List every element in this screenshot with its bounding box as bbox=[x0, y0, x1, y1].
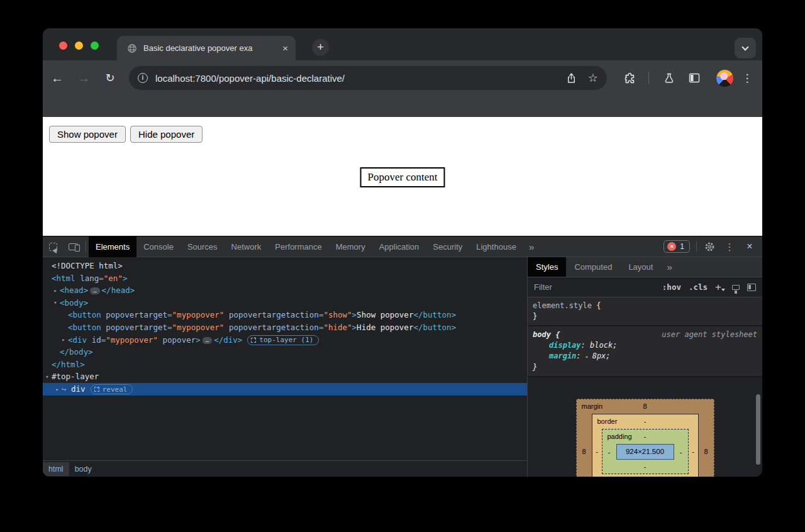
toggle-class-button[interactable]: .cls bbox=[689, 282, 708, 292]
property-colon: : bbox=[581, 341, 590, 350]
sidebar-tab-styles[interactable]: Styles bbox=[528, 257, 566, 277]
devtools-tab-console[interactable]: Console bbox=[136, 236, 180, 257]
sidebar-more-tabs-icon[interactable]: » bbox=[661, 262, 677, 272]
dom-line-3[interactable]: ▾<body> bbox=[43, 297, 527, 309]
sidebar-tab-layout[interactable]: Layout bbox=[620, 257, 661, 277]
dom-line-7[interactable]: </body> bbox=[43, 346, 527, 358]
breadcrumb-html[interactable]: html bbox=[43, 462, 69, 476]
minimize-window-button[interactable] bbox=[75, 42, 83, 50]
border-bottom-value[interactable]: - bbox=[592, 474, 698, 477]
dom-line-1[interactable]: <html lang="en"> bbox=[43, 272, 527, 285]
dom-line-6[interactable]: ▸<div id="mypopover" popover>…</div>top-… bbox=[43, 334, 527, 346]
css-property-margin[interactable]: margin: ▸ 8px; bbox=[533, 351, 757, 362]
show-popover-button[interactable]: Show popover bbox=[49, 126, 126, 143]
paint-format-icon[interactable] bbox=[732, 285, 740, 290]
body-style-rule[interactable]: user agent stylesheet body { display: bl… bbox=[528, 326, 762, 377]
breadcrumb-body[interactable]: body bbox=[69, 462, 97, 476]
box-model-content[interactable]: 924×21.500 bbox=[616, 444, 674, 460]
devtools-close-icon[interactable]: × bbox=[740, 236, 760, 257]
devtools-tab-memory[interactable]: Memory bbox=[329, 236, 372, 257]
forward-button[interactable]: → bbox=[72, 67, 95, 89]
back-button[interactable]: ← bbox=[46, 67, 69, 89]
bookmark-star-icon[interactable]: ☆ bbox=[588, 71, 598, 85]
dom-token-attr: popovertarget bbox=[101, 323, 167, 332]
padding-left-value[interactable]: - bbox=[602, 448, 616, 456]
hide-popover-button[interactable]: Hide popover bbox=[130, 126, 203, 143]
dom-line-0[interactable]: <!DOCTYPE html> bbox=[43, 260, 527, 272]
tree-twisty-icon[interactable]: ▾ bbox=[43, 371, 52, 384]
tree-twisty-icon[interactable]: ▸ bbox=[51, 285, 60, 297]
browser-menu-kebab-icon[interactable]: ⋮ bbox=[736, 67, 758, 89]
devtools-tab-performance[interactable]: Performance bbox=[268, 236, 328, 257]
tab-close-icon[interactable]: × bbox=[282, 43, 288, 53]
adorner-badge-reveal[interactable]: reveal bbox=[91, 384, 133, 394]
border-left-value[interactable]: - bbox=[592, 448, 602, 455]
box-model-padding[interactable]: padding - - 924×21.500 - bbox=[602, 429, 689, 474]
css-property-display[interactable]: display: block; bbox=[533, 340, 757, 351]
devtools-tab-sources[interactable]: Sources bbox=[180, 236, 225, 257]
tab-search-button[interactable] bbox=[735, 38, 756, 58]
adorner-badge-top-layer----[interactable]: top-layer (1) bbox=[247, 335, 319, 345]
toggle-hover-state-button[interactable]: :hov bbox=[662, 282, 681, 292]
share-icon[interactable] bbox=[566, 73, 577, 84]
border-right-value[interactable]: - bbox=[689, 448, 698, 455]
dom-line-9[interactable]: ▾#top-layer bbox=[43, 370, 527, 383]
close-window-button[interactable] bbox=[59, 42, 67, 50]
side-panel-icon[interactable] bbox=[683, 67, 706, 89]
box-model-margin[interactable]: margin 8 8 border - bbox=[576, 399, 714, 477]
devtools-tab-application[interactable]: Application bbox=[372, 236, 426, 257]
devtools-tab-lighthouse[interactable]: Lighthouse bbox=[469, 236, 523, 257]
experiments-flask-icon[interactable] bbox=[658, 67, 680, 89]
maximize-window-button[interactable] bbox=[91, 42, 99, 50]
devtools-tab-security[interactable]: Security bbox=[426, 236, 469, 257]
device-toolbar-icon[interactable] bbox=[63, 236, 83, 257]
dom-token-attr: popovertargetaction bbox=[224, 310, 319, 319]
dom-token-val: "hide" bbox=[323, 323, 352, 332]
sidebar-tab-computed[interactable]: Computed bbox=[566, 257, 620, 277]
dom-token-tag: > bbox=[352, 310, 357, 319]
property-value[interactable]: 8px; bbox=[592, 352, 611, 360]
inspect-element-icon[interactable] bbox=[43, 236, 63, 257]
rule-selector[interactable]: body bbox=[533, 330, 551, 339]
styles-scrollbar[interactable] bbox=[756, 394, 760, 465]
margin-left-value[interactable]: 8 bbox=[577, 448, 592, 455]
devtools-tab-network[interactable]: Network bbox=[225, 236, 269, 257]
collapsed-content-icon[interactable]: … bbox=[90, 287, 99, 294]
devtools-settings-gear-icon[interactable] bbox=[699, 236, 719, 257]
expand-shorthand-icon[interactable]: ▸ bbox=[586, 353, 592, 360]
tree-twisty-icon[interactable]: ▸ bbox=[59, 334, 68, 346]
site-info-icon[interactable]: i bbox=[138, 73, 148, 83]
margin-right-value[interactable]: 8 bbox=[699, 448, 714, 455]
tree-twisty-icon[interactable]: ▸ bbox=[53, 384, 62, 396]
styles-filter-input[interactable] bbox=[534, 282, 655, 292]
rule-selector[interactable]: element.style bbox=[533, 301, 592, 310]
tree-twisty-icon[interactable]: ▾ bbox=[51, 297, 60, 309]
reload-button[interactable]: ↻ bbox=[99, 67, 121, 89]
element-style-rule[interactable]: element.style { } bbox=[528, 297, 762, 326]
padding-right-value[interactable]: - bbox=[674, 448, 688, 456]
padding-bottom-value[interactable]: - bbox=[602, 460, 688, 474]
box-model-border[interactable]: border - - padding - bbox=[592, 414, 699, 477]
collapsed-content-icon[interactable]: … bbox=[203, 337, 212, 344]
dom-token-plain: <!DOCTYPE html> bbox=[52, 261, 123, 270]
property-value[interactable]: block; bbox=[590, 341, 617, 350]
dom-line-2[interactable]: ▸<head>…</head> bbox=[43, 284, 527, 297]
devtools-menu-kebab-icon[interactable]: ⋮ bbox=[719, 236, 740, 257]
property-name[interactable]: margin bbox=[549, 352, 576, 360]
dom-token-tag: <html bbox=[52, 274, 75, 283]
more-tabs-icon[interactable]: » bbox=[523, 241, 540, 252]
new-tab-button[interactable]: + bbox=[312, 39, 329, 56]
new-style-rule-button[interactable]: + bbox=[715, 281, 724, 294]
dom-line-8[interactable]: </html> bbox=[43, 358, 527, 371]
browser-tab[interactable]: Basic declarative popover exa × bbox=[117, 36, 296, 60]
profile-avatar[interactable] bbox=[713, 67, 736, 89]
error-count-badge[interactable]: × 1 bbox=[663, 240, 690, 253]
dom-line-4[interactable]: <button popovertarget="mypopover" popove… bbox=[43, 309, 527, 321]
url-bar[interactable]: i localhost:7800/popover-api/basic-decla… bbox=[129, 66, 607, 90]
devtools-tab-elements[interactable]: Elements bbox=[89, 236, 136, 257]
dom-line-10-selected[interactable]: ▸↪ divreveal bbox=[43, 383, 527, 396]
extensions-button[interactable] bbox=[618, 67, 641, 89]
toggle-sidebar-icon[interactable] bbox=[747, 284, 756, 291]
dom-line-5[interactable]: <button popovertarget="mypopover" popove… bbox=[43, 321, 527, 334]
property-name[interactable]: display bbox=[549, 341, 581, 350]
